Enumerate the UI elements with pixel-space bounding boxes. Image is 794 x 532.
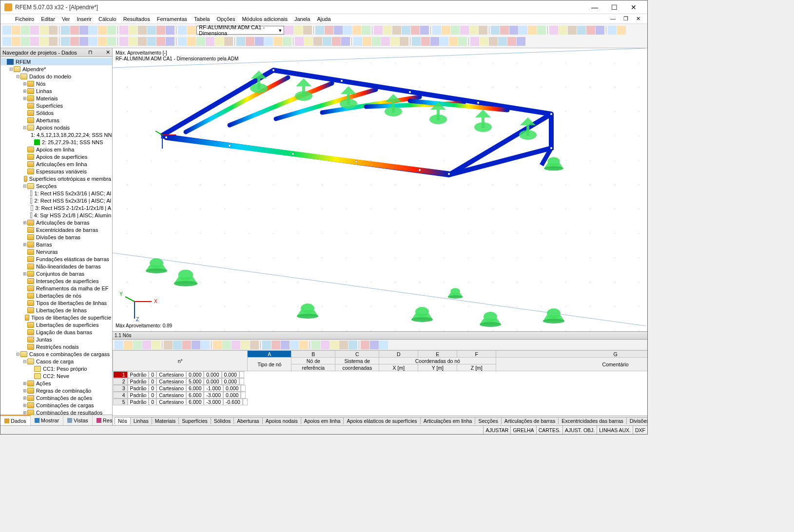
toolbar-button[interactable] bbox=[196, 37, 205, 46]
toolbar-button[interactable] bbox=[39, 26, 48, 35]
table-toolbar-button[interactable] bbox=[299, 341, 308, 349]
toolbar-button[interactable] bbox=[98, 37, 107, 46]
toolbar-button[interactable] bbox=[381, 37, 390, 46]
table-tab[interactable]: Materiais bbox=[152, 417, 179, 424]
toolbar-button[interactable] bbox=[89, 37, 97, 46]
tree-item[interactable]: ⊟Dados do modelo bbox=[0, 73, 112, 80]
toolbar-button[interactable] bbox=[178, 26, 187, 35]
toolbar-button[interactable] bbox=[156, 26, 165, 35]
toolbar-button[interactable] bbox=[352, 26, 361, 35]
tree-item[interactable]: ⊟Alpendre* bbox=[0, 65, 112, 73]
table-toolbar-button[interactable] bbox=[379, 341, 388, 349]
toolbar-button[interactable] bbox=[586, 26, 595, 35]
toolbar-button[interactable] bbox=[449, 37, 458, 46]
toolbar-button[interactable] bbox=[315, 26, 324, 35]
table-toolbar-button[interactable] bbox=[281, 341, 290, 349]
toolbar-button[interactable] bbox=[79, 26, 88, 35]
toolbar-button[interactable] bbox=[89, 26, 97, 35]
toolbar-button[interactable] bbox=[325, 26, 333, 35]
tree-item[interactable]: ⊞Materiais bbox=[0, 95, 112, 102]
toolbar-button[interactable] bbox=[343, 26, 352, 35]
table-toolbar-button[interactable] bbox=[201, 341, 210, 349]
nav-tab-show[interactable]: Mostrar bbox=[31, 415, 63, 425]
toolbar-button[interactable] bbox=[138, 37, 147, 46]
status-cell[interactable]: AJUSTAR bbox=[483, 426, 510, 434]
menu-results[interactable]: Resultados bbox=[120, 15, 153, 23]
mdi-restore[interactable]: ❐ bbox=[620, 15, 631, 23]
tree-item[interactable]: Restrições nodais bbox=[0, 343, 112, 350]
toolbar-button[interactable] bbox=[420, 26, 429, 35]
nav-tab-views[interactable]: Vistas bbox=[63, 415, 93, 425]
tree-item[interactable]: ⊞Articulações de barras bbox=[0, 219, 112, 226]
toolbar-button[interactable] bbox=[30, 26, 39, 35]
table-tab[interactable]: Linhas bbox=[130, 417, 152, 424]
toolbar-button[interactable] bbox=[304, 37, 313, 46]
table-tab[interactable]: Articulações em linha bbox=[420, 417, 476, 424]
toolbar-button[interactable] bbox=[2, 37, 11, 46]
toolbar-button[interactable] bbox=[458, 37, 467, 46]
tree-item[interactable]: Libertações de linhas bbox=[0, 306, 112, 314]
table-toolbar-button[interactable] bbox=[290, 341, 299, 349]
toolbar-button[interactable] bbox=[70, 26, 79, 35]
table-toolbar-button[interactable] bbox=[124, 341, 133, 349]
navigator-pin-icon[interactable]: ⊓ bbox=[88, 49, 93, 56]
table-tab[interactable]: Sólidos bbox=[211, 417, 234, 424]
table-toolbar-button[interactable] bbox=[339, 341, 348, 349]
toolbar-button[interactable] bbox=[61, 37, 70, 46]
table-tab[interactable]: Apoios em linha bbox=[301, 417, 344, 424]
toolbar-button[interactable] bbox=[500, 26, 509, 35]
toolbar-button[interactable] bbox=[236, 37, 245, 46]
toolbar-button[interactable] bbox=[147, 26, 156, 35]
table-toolbar-button[interactable] bbox=[370, 341, 379, 349]
close-button[interactable]: ✕ bbox=[624, 1, 643, 14]
toolbar-button[interactable] bbox=[178, 37, 187, 46]
toolbar-button[interactable] bbox=[323, 37, 331, 46]
tree-item[interactable]: Libertações de superfícies bbox=[0, 321, 112, 328]
table-tab[interactable]: Nós bbox=[115, 417, 131, 424]
toolbar-button[interactable] bbox=[617, 26, 626, 35]
tree-item[interactable]: ⊞Conjuntos de barras bbox=[0, 270, 112, 277]
toolbar-button[interactable] bbox=[129, 26, 137, 35]
toolbar-button[interactable] bbox=[39, 37, 48, 46]
toolbar-button[interactable] bbox=[568, 26, 577, 35]
table-toolbar-button[interactable] bbox=[133, 341, 142, 349]
menu-options[interactable]: Opções bbox=[213, 15, 238, 23]
toolbar-button[interactable] bbox=[479, 26, 487, 35]
toolbar-button[interactable] bbox=[107, 26, 116, 35]
status-cell[interactable]: CARTES. bbox=[536, 426, 562, 434]
toolbar-button[interactable] bbox=[119, 37, 128, 46]
table-grid-wrap[interactable]: n°ABCDEFGTipo de nóNó deSistema deCoorde… bbox=[113, 350, 647, 416]
toolbar-button[interactable] bbox=[187, 37, 196, 46]
toolbar-button[interactable] bbox=[421, 37, 430, 46]
status-cell[interactable]: DXF bbox=[633, 426, 647, 434]
table-toolbar-button[interactable] bbox=[142, 341, 151, 349]
toolbar-button[interactable] bbox=[507, 37, 516, 46]
toolbar-button[interactable] bbox=[332, 37, 341, 46]
toolbar-button[interactable] bbox=[390, 37, 399, 46]
table-tab[interactable]: Apoios elásticos de superfícies bbox=[343, 417, 420, 424]
tree-item[interactable]: ⊞Combinações de ações bbox=[0, 394, 112, 401]
toolbar-button[interactable] bbox=[491, 26, 500, 35]
tree-item[interactable]: ⊞Nós bbox=[0, 80, 112, 87]
table-tab[interactable]: Articulações de barras bbox=[501, 417, 559, 424]
tree-item[interactable]: 1: 4,5,12,13,18,20,22,24; SSS NN bbox=[0, 131, 112, 138]
tree-item[interactable]: CC2: Neve bbox=[0, 372, 112, 380]
toolbar-button[interactable] bbox=[577, 26, 586, 35]
toolbar-button[interactable] bbox=[215, 37, 224, 46]
tree-item[interactable]: Juntas bbox=[0, 336, 112, 343]
table-toolbar-button[interactable] bbox=[173, 341, 182, 349]
toolbar-button[interactable] bbox=[559, 26, 567, 35]
toolbar-button[interactable] bbox=[283, 37, 291, 46]
menu-view[interactable]: Ver bbox=[59, 15, 73, 23]
status-cell[interactable]: AJUST. OBJ. bbox=[562, 426, 597, 434]
toolbar-button[interactable] bbox=[12, 37, 20, 46]
toolbar-button[interactable] bbox=[49, 37, 58, 46]
tree-item[interactable]: Aberturas bbox=[0, 116, 112, 124]
toolbar-button[interactable] bbox=[206, 37, 214, 46]
table-toolbar-button[interactable] bbox=[262, 341, 271, 349]
toolbar-button[interactable] bbox=[303, 26, 312, 35]
table-toolbar-button[interactable] bbox=[182, 341, 191, 349]
maximize-button[interactable]: ☐ bbox=[604, 1, 624, 14]
toolbar-button[interactable] bbox=[187, 26, 196, 35]
tree-item[interactable]: ⊞Ações bbox=[0, 380, 112, 387]
